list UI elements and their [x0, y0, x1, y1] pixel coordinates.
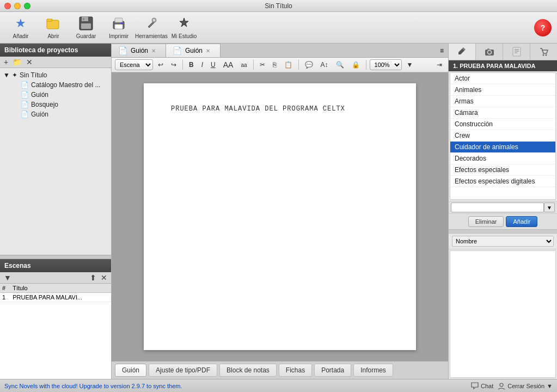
- scene-row[interactable]: 1 PRUEBA PARA MALAVI...: [0, 293, 111, 302]
- maximize-button[interactable]: [24, 3, 30, 9]
- panel-tab-camera[interactable]: [476, 44, 503, 60]
- panel-list-item[interactable]: Construcción: [450, 119, 555, 130]
- status-bar: Sync Novels with the cloud! Upgrade to v…: [0, 379, 557, 392]
- tab-guion[interactable]: Guión: [115, 364, 146, 377]
- italic-button[interactable]: I: [199, 60, 206, 70]
- library-delete-btn[interactable]: ✕: [25, 58, 34, 66]
- name-dropdown[interactable]: Nombre: [452, 236, 554, 247]
- tree-item-guion1[interactable]: 📄 Guión: [0, 90, 111, 100]
- chat-button[interactable]: Chat: [471, 382, 493, 390]
- project-label: Sin Título: [20, 71, 47, 79]
- toolbar: ★ Añadir Abrir Guardar: [0, 12, 557, 44]
- panel-list-item[interactable]: Armas: [450, 96, 555, 107]
- zoom-select[interactable]: 100%: [370, 59, 402, 70]
- search-button[interactable]: 🔍: [333, 60, 347, 70]
- svg-rect-7: [115, 18, 123, 22]
- add-label: Añadir: [13, 33, 29, 39]
- print-label: Imprimir: [109, 33, 128, 39]
- panel-list-item[interactable]: Animales: [450, 84, 555, 96]
- font-size-up-button[interactable]: AA: [221, 59, 236, 70]
- cut-button[interactable]: ✂: [257, 60, 268, 70]
- editor-canvas[interactable]: PRUEBA PARA MALAVIDA DEL PROGRAMA CELTX: [112, 72, 448, 361]
- expand-btn[interactable]: ⇥: [434, 60, 445, 70]
- undo-button[interactable]: ↩: [155, 60, 166, 70]
- scenes-delete-btn[interactable]: ✕: [99, 273, 109, 282]
- tab-label-1: Guión: [131, 47, 148, 54]
- font-size-down-button[interactable]: aa: [238, 61, 249, 69]
- panel-list-item[interactable]: Actor: [450, 73, 555, 84]
- doc-icon-2: 📄: [21, 91, 29, 99]
- panel-list-item[interactable]: Cámara: [450, 107, 555, 119]
- studio-button[interactable]: Mi Estudio: [169, 14, 199, 41]
- tab-close-2[interactable]: ✕: [206, 48, 210, 54]
- session-icon: [498, 382, 505, 390]
- tab-guion-1[interactable]: 📄 Guión ✕: [112, 44, 166, 57]
- svg-rect-9: [121, 22, 123, 24]
- chat-label: Chat: [481, 383, 493, 389]
- add-button[interactable]: ★ Añadir: [5, 14, 36, 41]
- tab-label-2: Guión: [185, 47, 203, 54]
- scenes-add-btn[interactable]: ⬆: [88, 273, 98, 282]
- underline-button[interactable]: U: [208, 60, 218, 70]
- panel-search-input[interactable]: [451, 203, 544, 212]
- bold-button[interactable]: B: [186, 60, 197, 70]
- font-button[interactable]: A↕: [318, 60, 331, 70]
- tab-close-1[interactable]: ✕: [151, 48, 156, 54]
- sync-text[interactable]: Sync Novels with the cloud! Upgrade to v…: [4, 383, 182, 389]
- tab-ajuste[interactable]: Ajuste de tipo/PDF: [149, 364, 217, 377]
- minimize-button[interactable]: [14, 3, 21, 9]
- print-button[interactable]: Imprimir: [103, 14, 134, 41]
- lock-button[interactable]: 🔒: [349, 60, 363, 70]
- tabs-settings[interactable]: ≡: [436, 45, 448, 57]
- tree-item-project[interactable]: ▼ ✦ Sin Título: [0, 70, 111, 80]
- tools-label: Herramientas: [135, 33, 168, 39]
- panel-search-dropdown[interactable]: ▼: [544, 203, 555, 212]
- open-label: Abrir: [47, 33, 59, 39]
- guion1-label: Guión: [31, 91, 48, 99]
- zoom-btn[interactable]: ▼: [404, 60, 416, 70]
- panel-tab-cart[interactable]: [530, 44, 557, 60]
- panel-list-item[interactable]: Crew: [450, 130, 555, 142]
- tree-item-catalog[interactable]: 📄 Catálogo Maestro del ...: [0, 80, 111, 90]
- panel-tab-script[interactable]: [503, 44, 530, 60]
- session-button[interactable]: Cerrar Sesión ▼: [498, 382, 553, 390]
- page: PRUEBA PARA MALAVIDA DEL PROGRAMA CELTX: [144, 83, 416, 350]
- tree-item-bosquejo[interactable]: 📄 Bosquejo: [0, 100, 111, 109]
- tab-portada[interactable]: Portada: [314, 364, 351, 377]
- project-icon: ✦: [12, 71, 17, 79]
- scenes-expand-btn[interactable]: ▼: [2, 273, 13, 282]
- studio-label: Mi Estudio: [172, 33, 197, 39]
- library-folder-btn[interactable]: 📁: [11, 58, 23, 66]
- tab-informes[interactable]: Informes: [353, 364, 393, 377]
- library-add-btn[interactable]: +: [2, 58, 10, 66]
- sidebar-divider: [0, 255, 111, 259]
- copy-button[interactable]: ⎘: [270, 60, 279, 70]
- scene-heading[interactable]: PRUEBA PARA MALAVIDA DEL PROGRAMA CELTX: [171, 105, 389, 113]
- window-controls[interactable]: [4, 3, 30, 9]
- tab-fichas[interactable]: Fichas: [279, 364, 312, 377]
- comment-button[interactable]: 💬: [302, 60, 316, 70]
- scenes-header: Escenas: [0, 259, 111, 272]
- chat-icon: [471, 382, 479, 390]
- open-button[interactable]: Abrir: [38, 14, 69, 41]
- redo-button[interactable]: ↪: [168, 60, 179, 70]
- tab-guion-2[interactable]: 📄 Guión ✕: [166, 44, 221, 57]
- tab-block[interactable]: Block de notas: [219, 364, 277, 377]
- scene-type-select[interactable]: Escena: [115, 59, 153, 70]
- divider-4: [366, 60, 366, 70]
- save-button[interactable]: Guardar: [71, 14, 101, 41]
- tools-button[interactable]: Herramientas: [136, 14, 167, 41]
- panel-list-item[interactable]: Cuidador de animales: [450, 142, 555, 153]
- panel-list-item[interactable]: Decorados: [450, 153, 555, 164]
- panel-list-item[interactable]: Efectos especiales digitales: [450, 176, 555, 187]
- delete-button[interactable]: Eliminar: [468, 216, 504, 227]
- tree-item-guion2[interactable]: 📄 Guión: [0, 109, 111, 119]
- panel-tab-pencil[interactable]: [449, 44, 476, 60]
- scene-num: 1: [0, 293, 10, 302]
- help-button[interactable]: ?: [534, 19, 552, 36]
- panel-add-button[interactable]: Añadir: [506, 216, 537, 227]
- paste-button[interactable]: 📋: [281, 60, 295, 70]
- tabs-bar: 📄 Guión ✕ 📄 Guión ✕ ≡: [112, 44, 448, 58]
- panel-list-item[interactable]: Efectos especiales: [450, 164, 555, 176]
- close-button[interactable]: [4, 3, 11, 9]
